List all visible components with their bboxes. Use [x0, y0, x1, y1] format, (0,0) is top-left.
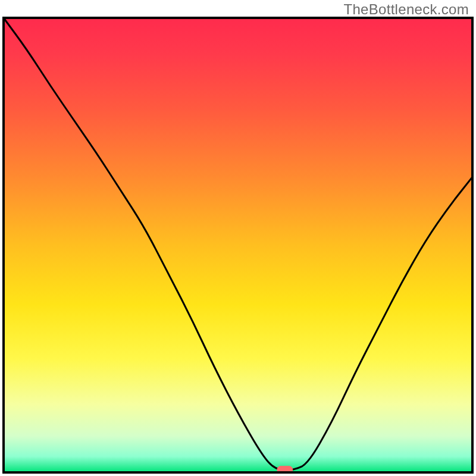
bottleneck-chart [0, 0, 476, 476]
watermark-text: TheBottleneck.com [343, 1, 469, 18]
plot-background [4, 18, 472, 472]
chart-container: TheBottleneck.com [0, 0, 476, 476]
